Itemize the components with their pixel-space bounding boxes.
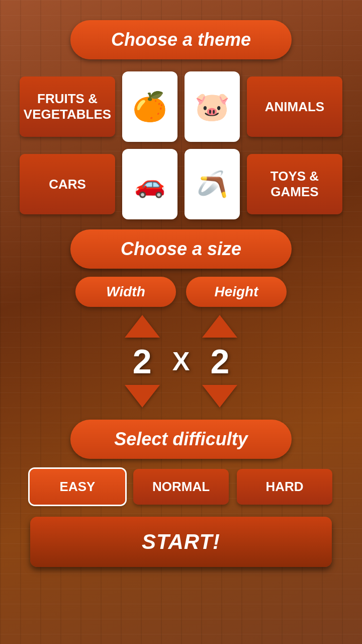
choose-theme-title: Choose a theme [70, 20, 292, 59]
difficulty-buttons: EASY NORMAL HARD [30, 469, 332, 505]
theme-fruits-vegetables[interactable]: FRUITS &VEGETABLES [20, 76, 115, 137]
card-car[interactable]: 🚗 [122, 149, 177, 219]
theme-cars[interactable]: CARS [20, 154, 115, 214]
height-increment-button[interactable] [202, 315, 237, 338]
width-decrement-button[interactable] [125, 385, 160, 408]
width-stepper: 2 [122, 315, 162, 408]
theme-animals[interactable]: ANIMALS [247, 76, 342, 137]
hard-button[interactable]: HARD [237, 469, 332, 505]
card-baseball-bat[interactable]: 🪃 [185, 149, 240, 219]
theme-toys-games[interactable]: TOYS &GAMES [247, 154, 342, 214]
height-value: 2 [200, 342, 240, 381]
size-separator: X [172, 346, 190, 376]
stepper-row: 2 X 2 [122, 315, 240, 408]
width-increment-button[interactable] [125, 315, 160, 338]
width-height-row: Width Height [75, 277, 287, 307]
card-orange[interactable]: 🍊 [122, 71, 177, 142]
height-button[interactable]: Height [186, 277, 287, 307]
size-section: Choose a size Width Height 2 X 2 [15, 229, 347, 408]
card-pig[interactable]: 🐷 [185, 71, 240, 142]
difficulty-title: Select difficulty [70, 420, 292, 459]
start-section: START! [15, 517, 347, 567]
start-button[interactable]: START! [30, 517, 332, 567]
theme-grid: FRUITS &VEGETABLES 🍊 🐷 ANIMALS CARS 🚗 🪃 … [15, 71, 347, 219]
height-stepper: 2 [200, 315, 240, 408]
normal-button[interactable]: NORMAL [133, 469, 229, 505]
choose-size-title: Choose a size [70, 229, 292, 269]
easy-button[interactable]: EASY [30, 469, 125, 505]
height-decrement-button[interactable] [202, 385, 237, 408]
width-value: 2 [122, 342, 162, 381]
difficulty-section: Select difficulty EASY NORMAL HARD [15, 420, 347, 505]
width-button[interactable]: Width [75, 277, 176, 307]
